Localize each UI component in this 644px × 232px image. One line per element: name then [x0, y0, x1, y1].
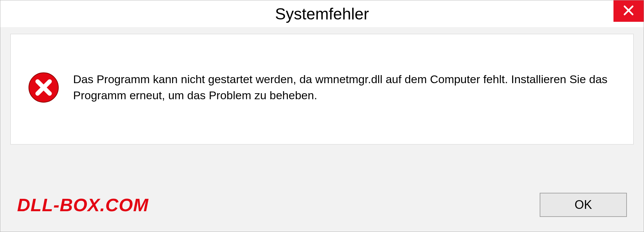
- error-icon: [28, 71, 60, 104]
- footer-area: DLL-BOX.COM OK: [0, 185, 644, 232]
- close-button[interactable]: [613, 0, 644, 22]
- error-dialog: Systemfehler Das Programm kann nicht ges…: [0, 0, 644, 232]
- dialog-title: Systemfehler: [275, 5, 369, 23]
- error-message: Das Programm kann nicht gestartet werden…: [73, 71, 616, 103]
- close-icon: [623, 4, 635, 18]
- ok-button[interactable]: OK: [540, 193, 627, 217]
- content-panel: Das Programm kann nicht gestartet werden…: [10, 34, 634, 144]
- title-bar: Systemfehler: [0, 0, 644, 27]
- watermark-text: DLL-BOX.COM: [17, 194, 149, 215]
